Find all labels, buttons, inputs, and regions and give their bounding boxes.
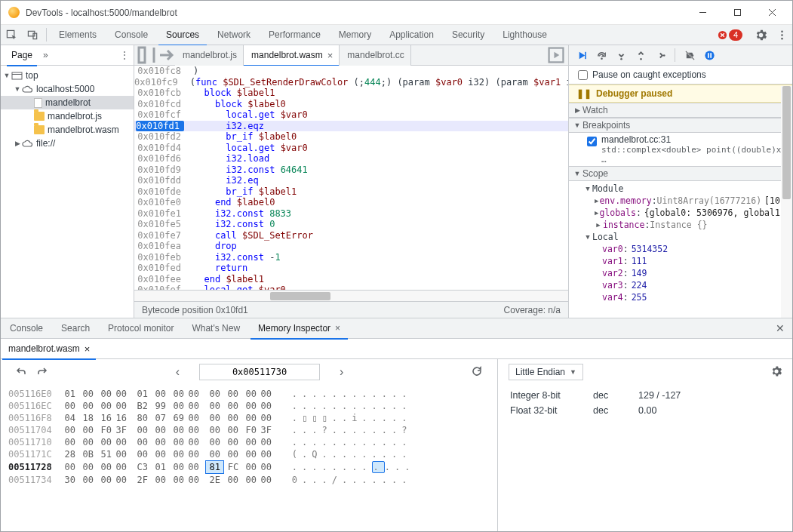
pause-on-caught-checkbox[interactable]: [578, 70, 588, 80]
info-icon: ❚❚: [576, 88, 592, 99]
window-maximize-button[interactable]: [720, 2, 755, 24]
scope-var[interactable]: var3: 224: [569, 279, 792, 291]
step-into-icon[interactable]: [613, 47, 629, 63]
file-tab[interactable]: mandelbrot.js: [175, 45, 244, 66]
svg-point-13: [620, 57, 622, 60]
window-titlebar: DevTools - localhost:5000/mandelbrot: [1, 1, 792, 25]
addr-next-icon[interactable]: ›: [333, 364, 349, 380]
step-out-icon[interactable]: [632, 47, 649, 63]
tree-file-mandelbrot-js[interactable]: mandelbrot.js: [1, 109, 134, 123]
more-options-icon[interactable]: [771, 25, 792, 45]
refresh-icon[interactable]: [472, 366, 482, 379]
main-tab-security[interactable]: Security: [443, 25, 493, 45]
script-icon: [34, 112, 45, 121]
redo-icon[interactable]: [37, 366, 48, 379]
close-icon[interactable]: ×: [85, 343, 91, 355]
tree-file-mandelbrot[interactable]: mandelbrot: [1, 96, 134, 109]
run-snippet-icon[interactable]: [547, 46, 565, 64]
drawer-tabstrip: ConsoleSearchProtocol monitorWhat's NewM…: [1, 318, 792, 339]
scope-instance[interactable]: ▶instance: Instance {}: [569, 219, 792, 231]
scope-var[interactable]: var4: 255: [569, 291, 792, 303]
tree-host[interactable]: ▼ localhost:5000: [1, 82, 134, 96]
undo-icon[interactable]: [16, 366, 26, 379]
svg-rect-8: [12, 72, 22, 79]
hex-viewer: ‹ › 005116E0010000000100000000000000....…: [1, 359, 498, 531]
address-input[interactable]: [199, 364, 320, 380]
value-settings-icon[interactable]: [771, 366, 782, 379]
main-tab-network[interactable]: Network: [208, 25, 260, 45]
section-scope[interactable]: ▼Scope: [569, 166, 792, 181]
debugger-sidebar: Pause on caught exceptions ❚❚ Debugger p…: [569, 45, 792, 318]
svg-point-15: [662, 54, 665, 57]
navigator-tab-page[interactable]: Page: [5, 45, 38, 66]
main-tab-lighthouse[interactable]: Lighthouse: [493, 25, 556, 45]
main-tab-application[interactable]: Application: [380, 25, 443, 45]
pause-on-caught-row[interactable]: Pause on caught exceptions: [569, 66, 792, 85]
drawer-close-icon[interactable]: ✕: [773, 322, 788, 334]
close-icon[interactable]: ×: [327, 51, 333, 60]
editor-h-scrollbar[interactable]: [134, 290, 568, 301]
hex-content[interactable]: 005116E0010000000100000000000000........…: [1, 385, 497, 531]
error-counter[interactable]: 4: [718, 29, 747, 41]
tree-file-scheme[interactable]: ▶ file://: [1, 137, 134, 150]
scope-env-memory[interactable]: ▶env.memory: Uint8Array(16777216) [101, …: [569, 195, 792, 207]
navigator-more-tabs-icon[interactable]: »: [43, 50, 48, 60]
main-panel-tabs: ElementsConsoleSourcesNetworkPerformance…: [1, 25, 792, 45]
history-back-icon[interactable]: [137, 46, 155, 64]
file-icon: [34, 98, 42, 108]
tree-top[interactable]: ▼ top: [1, 69, 134, 82]
scope-var[interactable]: var0: 5314352: [569, 243, 792, 255]
memory-subtab-wasm[interactable]: mandelbrot.wasm×: [1, 339, 97, 359]
step-over-icon[interactable]: [593, 47, 610, 63]
breakpoint-checkbox[interactable]: [587, 137, 597, 146]
file-tab[interactable]: mandelbrot.cc: [340, 45, 410, 66]
main-tab-console[interactable]: Console: [106, 25, 157, 45]
scope-globals[interactable]: ▶globals: {global0: 5306976, global1: 65…: [569, 207, 792, 219]
inspect-element-icon[interactable]: [1, 25, 22, 45]
main-tab-sources[interactable]: Sources: [157, 25, 208, 45]
value-interpreter: Little Endian▼ Integer 8-bitdec129 / -12…: [498, 359, 792, 531]
history-fwd-icon[interactable]: [157, 46, 175, 64]
svg-rect-11: [585, 51, 586, 58]
svg-rect-17: [707, 53, 708, 58]
close-icon[interactable]: ×: [335, 323, 340, 334]
cloud-icon: [22, 85, 33, 94]
device-toolbar-icon[interactable]: [22, 25, 43, 45]
drawer-tab-console[interactable]: Console: [1, 318, 52, 339]
drawer-tab-memory-inspector[interactable]: Memory Inspector×: [249, 318, 349, 339]
drawer-tab-protocol-monitor[interactable]: Protocol monitor: [99, 318, 183, 339]
window-minimize-button[interactable]: [685, 2, 720, 24]
svg-point-16: [705, 51, 714, 60]
breakpoint-label: mandelbrot.cc:31: [601, 134, 786, 145]
breakpoint-item[interactable]: mandelbrot.cc:31 std::complex<double> po…: [569, 133, 792, 166]
scope-var[interactable]: var1: 111: [569, 255, 792, 267]
window-close-button[interactable]: [755, 2, 789, 24]
section-watch[interactable]: ▶Watch: [569, 103, 792, 118]
scope-module[interactable]: ▼Module: [569, 183, 792, 195]
hex-toolbar: ‹ ›: [1, 359, 497, 385]
endian-select[interactable]: Little Endian▼: [509, 364, 583, 380]
code-view[interactable]: 0x010fc8)0x010fc9(func $SDL_SetRenderDra…: [134, 66, 568, 290]
scope-var[interactable]: var2: 149: [569, 267, 792, 279]
drawer-tab-search[interactable]: Search: [52, 318, 99, 339]
step-icon[interactable]: [652, 47, 669, 63]
main-tab-performance[interactable]: Performance: [260, 25, 330, 45]
pause-on-exceptions-icon[interactable]: [701, 47, 718, 63]
sidebar-v-scrollbar[interactable]: [781, 86, 792, 318]
deactivate-breakpoints-icon[interactable]: [681, 47, 698, 63]
drawer-tab-what-s-new[interactable]: What's New: [183, 318, 249, 339]
file-tree[interactable]: ▼ top ▼ localhost:5000 mandelbrot mandel…: [1, 66, 134, 318]
main-tab-elements[interactable]: Elements: [50, 25, 106, 45]
navigator-menu-icon[interactable]: ⋮: [120, 50, 129, 60]
value-row: Float 32-bitdec0.00: [510, 403, 780, 418]
tree-file-mandelbrot-wasm[interactable]: mandelbrot.wasm: [1, 123, 134, 137]
scope-local[interactable]: ▼Local: [569, 231, 792, 243]
file-tabstrip: mandelbrot.jsmandelbrot.wasm×mandelbrot.…: [134, 45, 568, 66]
file-tab[interactable]: mandelbrot.wasm×: [244, 45, 340, 66]
settings-gear-icon[interactable]: [750, 25, 771, 45]
main-tab-memory[interactable]: Memory: [330, 25, 380, 45]
editor-statusbar: Bytecode position 0x10fd1 Coverage: n/a: [134, 301, 568, 318]
section-breakpoints[interactable]: ▼Breakpoints: [569, 118, 792, 133]
addr-prev-icon[interactable]: ‹: [170, 364, 186, 380]
resume-icon[interactable]: [573, 47, 590, 63]
